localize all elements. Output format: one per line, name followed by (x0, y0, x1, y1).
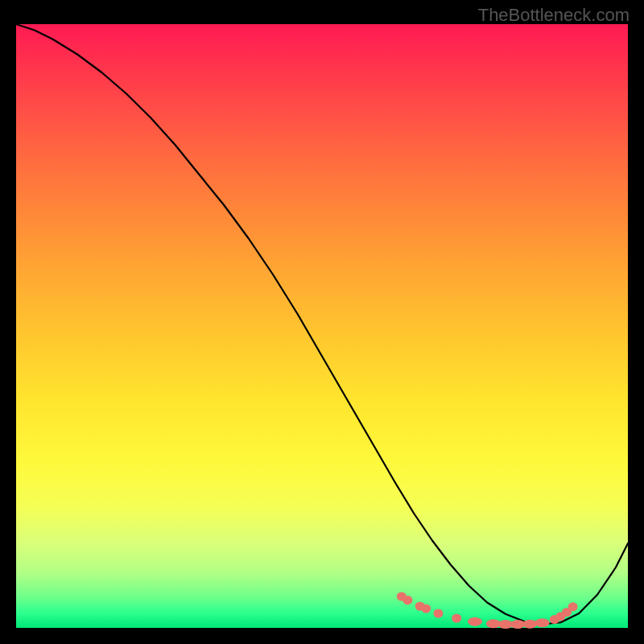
plot-area (16, 24, 628, 628)
svg-point-3 (421, 605, 431, 613)
svg-point-4 (433, 609, 443, 618)
svg-point-6 (468, 617, 482, 626)
chart-svg (16, 24, 628, 628)
bottleneck-curve (16, 24, 628, 625)
svg-point-10 (522, 620, 537, 629)
svg-point-15 (568, 602, 578, 611)
chart-frame: TheBottleneck.com (0, 0, 644, 644)
svg-point-5 (452, 614, 461, 623)
svg-point-1 (402, 596, 412, 605)
svg-point-11 (535, 618, 550, 627)
watermark-text: TheBottleneck.com (478, 5, 630, 26)
